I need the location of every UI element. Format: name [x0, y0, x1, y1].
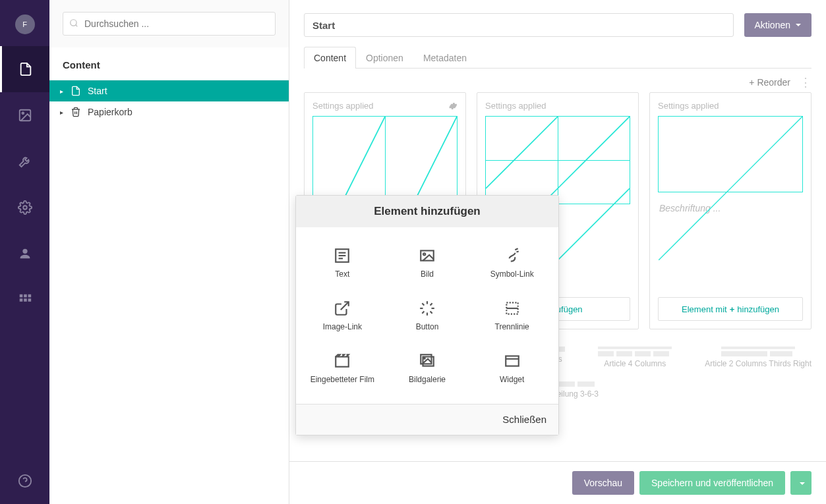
chevron-right-icon: ▸ [60, 88, 67, 95]
wrench-icon [18, 154, 32, 169]
svg-point-11 [71, 20, 76, 26]
layout-preview [658, 116, 803, 192]
svg-line-28 [341, 302, 349, 310]
image-icon [419, 247, 436, 264]
modal-close-button[interactable]: Schließen [502, 414, 546, 425]
svg-line-16 [558, 117, 630, 188]
svg-rect-24 [421, 250, 434, 260]
svg-rect-5 [28, 294, 31, 298]
svg-rect-4 [24, 294, 27, 298]
svg-rect-7 [24, 298, 27, 302]
add-element-modal: Element hinzufügen Text Bild Symbol-Link… [295, 195, 559, 435]
option-film[interactable]: Eingebetteter Film [300, 345, 385, 397]
option-symbol-link[interactable]: Symbol-Link [469, 239, 554, 292]
preset-article-4-columns[interactable]: Article 4 Columns [598, 347, 672, 368]
publish-dropdown[interactable] [790, 471, 811, 495]
sidebar-heading: Content [49, 47, 289, 80]
divider-icon [504, 300, 521, 317]
page-title-input[interactable] [304, 13, 734, 37]
content-tree: ▸ Start ▸ Papierkorb [49, 80, 289, 504]
tab-content[interactable]: Content [304, 47, 356, 69]
actions-dropdown[interactable]: Aktionen [744, 13, 811, 37]
svg-line-12 [76, 25, 78, 27]
reorder-button[interactable]: + Reorder [749, 77, 790, 88]
svg-line-31 [422, 303, 424, 305]
option-widget[interactable]: Widget [469, 345, 554, 397]
svg-point-25 [423, 253, 425, 255]
film-icon [334, 352, 351, 370]
grid-icon [18, 293, 32, 307]
layout-card: Settings applied Beschriftung ... Elemen… [649, 92, 811, 329]
tree-item-label: Papierkorb [88, 107, 133, 117]
spinner-icon [419, 300, 436, 317]
plus-icon: + [730, 304, 735, 314]
tab-metadata[interactable]: Metadaten [413, 47, 477, 69]
layout-preview [485, 116, 630, 204]
nav-users[interactable] [0, 231, 49, 277]
nav-grid[interactable] [0, 277, 49, 323]
content-sidebar: Content ▸ Start ▸ Papierkorb [49, 0, 289, 504]
option-divider[interactable]: Trennlinie [469, 292, 554, 345]
tree-item-label: Start [88, 86, 107, 96]
footer-actions: Vorschau Speichern und veröffentlichen [289, 461, 826, 504]
option-text[interactable]: Text [300, 239, 385, 292]
tree-item-trash[interactable]: ▸ Papierkorb [49, 101, 289, 123]
nav-content[interactable] [0, 46, 49, 92]
vertical-nav: F [0, 0, 49, 504]
widget-icon [504, 352, 521, 370]
svg-rect-39 [336, 357, 349, 367]
svg-line-27 [516, 252, 518, 252]
add-element-button[interactable]: Element mit + hinzufügen [658, 297, 803, 321]
more-menu[interactable]: ⋮ [800, 75, 811, 90]
gear-icon [18, 200, 32, 215]
tab-options[interactable]: Optionen [356, 47, 413, 69]
settings-applied-label: Settings applied [485, 101, 546, 111]
symbol-icon [504, 247, 521, 264]
svg-point-1 [22, 112, 24, 114]
svg-line-36 [430, 303, 432, 305]
option-image[interactable]: Bild [385, 239, 470, 292]
search-input[interactable] [63, 12, 276, 36]
nav-help[interactable] [0, 458, 49, 504]
svg-rect-8 [28, 298, 31, 302]
page-icon [18, 62, 33, 76]
svg-line-19 [659, 117, 802, 260]
tree-item-start[interactable]: ▸ Start [49, 80, 289, 101]
settings-applied-label: Settings applied [658, 101, 719, 111]
option-button[interactable]: Button [385, 292, 470, 345]
trash-icon [71, 107, 81, 117]
settings-applied-label: Settings applied [312, 101, 374, 111]
page-icon [71, 86, 81, 96]
svg-line-15 [486, 117, 558, 188]
svg-rect-43 [506, 356, 519, 366]
text-icon [334, 247, 351, 264]
help-icon [18, 474, 32, 488]
preview-button[interactable]: Vorschau [572, 471, 634, 495]
plus-icon: + [749, 77, 754, 88]
modal-title: Element hinzufügen [296, 196, 558, 227]
preset-article-2-columns-thirds-right[interactable]: Article 2 Columns Thirds Right [705, 347, 811, 368]
external-link-icon [334, 300, 351, 317]
nav-config[interactable] [0, 184, 49, 231]
nav-media[interactable] [0, 92, 49, 138]
image-icon [18, 108, 32, 123]
publish-button[interactable]: Speichern und veröffentlichen [639, 471, 785, 495]
modal-options: Text Bild Symbol-Link Image-Link Button … [296, 227, 558, 404]
user-icon [18, 246, 32, 261]
page-tabs: Content Optionen Metadaten [304, 46, 811, 69]
gear-icon[interactable] [448, 101, 457, 111]
svg-rect-3 [19, 294, 22, 298]
svg-line-18 [558, 188, 630, 260]
svg-line-32 [430, 312, 432, 314]
user-avatar[interactable]: F [15, 14, 35, 34]
chevron-right-icon: ▸ [60, 109, 67, 116]
svg-rect-6 [19, 298, 22, 302]
option-image-link[interactable]: Image-Link [300, 292, 385, 345]
svg-point-2 [23, 206, 27, 210]
search-icon [69, 18, 78, 28]
nav-settings[interactable] [0, 138, 49, 184]
option-gallery[interactable]: Bildgalerie [385, 345, 470, 397]
svg-line-35 [422, 312, 424, 314]
gallery-icon [419, 352, 436, 370]
svg-point-42 [424, 358, 425, 359]
